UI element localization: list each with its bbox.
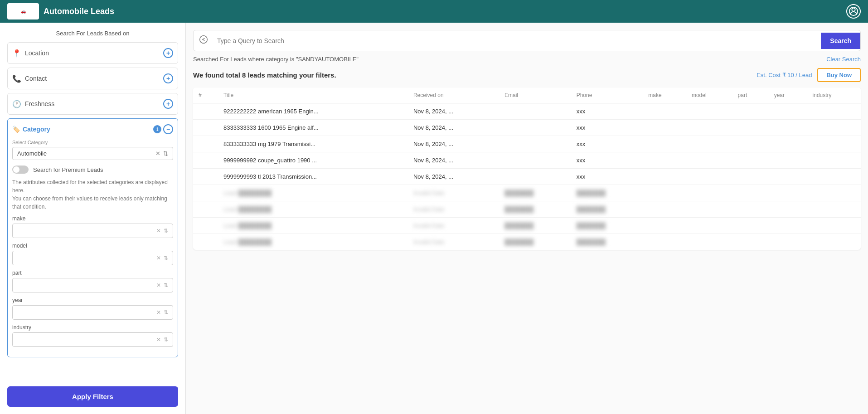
table-row[interactable]: 8333333333 mg 1979 Transmissi...Nov 8, 2… <box>193 136 861 152</box>
search-info-text: Searched For Leads where category is "SA… <box>193 56 359 63</box>
table-cell <box>193 152 218 169</box>
col-make: make <box>643 88 686 103</box>
table-cell <box>193 185 218 201</box>
table-cell <box>732 234 769 250</box>
svg-line-4 <box>203 39 205 41</box>
table-cell <box>193 169 218 185</box>
part-input[interactable]: ✕ ⇅ <box>12 278 173 292</box>
year-clear-icon[interactable]: ✕ <box>156 309 161 316</box>
table-cell: ███████ <box>499 201 571 218</box>
table-cell: Invalid Date <box>408 201 499 218</box>
table-row[interactable]: 9222222222 american 1965 Engin...Nov 8, … <box>193 103 861 120</box>
contact-icon: 📞 <box>12 74 21 83</box>
search-back-button[interactable] <box>194 30 213 51</box>
table-cell <box>686 103 732 120</box>
table-row[interactable]: Lead ████████Invalid Date██████████████ <box>193 234 861 250</box>
part-sort-icon: ⇅ <box>164 282 168 288</box>
col-received: Received on <box>408 88 499 103</box>
category-minus-icon[interactable]: − <box>163 124 173 134</box>
freshness-add-icon[interactable]: + <box>163 99 173 109</box>
select-category-box[interactable]: Automobile ✕ ⇅ <box>12 147 173 160</box>
table-cell: Nov 8, 2024, ... <box>408 120 499 136</box>
table-cell <box>769 120 807 136</box>
col-email: Email <box>499 88 571 103</box>
svg-point-2 <box>200 36 208 44</box>
location-add-icon[interactable]: + <box>163 48 173 58</box>
clear-category-icon[interactable]: ✕ <box>155 150 160 157</box>
industry-sort-icon: ⇅ <box>164 336 168 343</box>
premium-label: Search for Premium Leads <box>33 166 103 173</box>
table-cell: ███████ <box>571 185 643 201</box>
table-row[interactable]: Lead ████████Invalid Date██████████████ <box>193 201 861 218</box>
table-cell <box>769 185 807 201</box>
col-model: model <box>686 88 732 103</box>
make-label: make <box>12 215 173 222</box>
table-cell <box>686 169 732 185</box>
location-label: Location <box>25 49 49 57</box>
table-cell <box>732 185 769 201</box>
user-avatar[interactable] <box>846 4 861 19</box>
year-input[interactable]: ✕ ⇅ <box>12 305 173 320</box>
table-cell <box>499 103 571 120</box>
freshness-label: Freshness <box>25 100 54 107</box>
table-cell <box>193 136 218 152</box>
table-cell: ███████ <box>499 185 571 201</box>
model-input[interactable]: ✕ ⇅ <box>12 251 173 265</box>
table-cell: xxx <box>571 136 643 152</box>
sidebar-item-location[interactable]: 📍 Location + <box>7 42 178 64</box>
table-row[interactable]: Lead ████████Invalid Date██████████████ <box>193 218 861 234</box>
table-cell <box>807 218 861 234</box>
table-cell <box>807 169 861 185</box>
model-clear-icon[interactable]: ✕ <box>156 255 161 261</box>
search-button[interactable]: Search <box>821 33 860 49</box>
table-cell <box>807 152 861 169</box>
results-count: We found total 8 leads matching your fil… <box>193 71 336 79</box>
table-cell <box>807 120 861 136</box>
table-cell: Nov 8, 2024, ... <box>408 136 499 152</box>
table-row[interactable]: 9999999993 tl 2013 Transmission...Nov 8,… <box>193 169 861 185</box>
table-cell <box>643 201 686 218</box>
table-row[interactable]: 8333333333 1600 1965 Engine alf...Nov 8,… <box>193 120 861 136</box>
apply-filters-button[interactable]: Apply Filters <box>7 386 178 407</box>
sidebar-item-freshness[interactable]: 🕐 Freshness + <box>7 93 178 115</box>
table-cell: 9999999992 coupe_quattro 1990 ... <box>218 152 408 169</box>
logo: 🚗 <box>7 3 39 19</box>
table-cell <box>732 103 769 120</box>
buy-now-button[interactable]: Buy Now <box>817 68 861 82</box>
table-row[interactable]: Lead ████████Invalid Date██████████████ <box>193 185 861 201</box>
table-cell: Lead ████████ <box>218 185 408 201</box>
table-cell <box>769 103 807 120</box>
search-input[interactable] <box>213 33 821 49</box>
table-cell <box>643 152 686 169</box>
category-header: 🏷️ Category 1 − <box>12 124 173 134</box>
table-cell: xxx <box>571 120 643 136</box>
header: 🚗 Automobile Leads <box>0 0 868 23</box>
clear-search-link[interactable]: Clear Search <box>826 56 861 63</box>
table-cell: 9999999993 tl 2013 Transmission... <box>218 169 408 185</box>
year-label: year <box>12 297 173 303</box>
industry-clear-icon[interactable]: ✕ <box>156 336 161 343</box>
app-title: Automobile Leads <box>44 7 114 16</box>
category-badge: 1 <box>153 125 161 133</box>
sidebar-item-contact[interactable]: 📞 Contact + <box>7 68 178 89</box>
toggle-knob <box>13 166 19 173</box>
make-clear-icon[interactable]: ✕ <box>156 228 161 234</box>
attr-part: part ✕ ⇅ <box>12 270 173 292</box>
table-cell <box>732 169 769 185</box>
tag-icon: 🏷️ <box>12 126 20 133</box>
industry-input[interactable]: ✕ ⇅ <box>12 332 173 347</box>
table-row[interactable]: 9999999992 coupe_quattro 1990 ...Nov 8, … <box>193 152 861 169</box>
make-input[interactable]: ✕ ⇅ <box>12 224 173 238</box>
table-cell: 8333333333 mg 1979 Transmissi... <box>218 136 408 152</box>
table-cell <box>769 218 807 234</box>
part-clear-icon[interactable]: ✕ <box>156 282 161 288</box>
table-cell <box>643 218 686 234</box>
table-cell <box>769 136 807 152</box>
freshness-icon: 🕐 <box>12 100 21 108</box>
premium-toggle[interactable] <box>12 166 29 174</box>
table-cell <box>686 201 732 218</box>
contact-add-icon[interactable]: + <box>163 73 173 83</box>
search-bar: Search <box>193 30 861 51</box>
table-cell <box>643 169 686 185</box>
table-cell <box>732 218 769 234</box>
